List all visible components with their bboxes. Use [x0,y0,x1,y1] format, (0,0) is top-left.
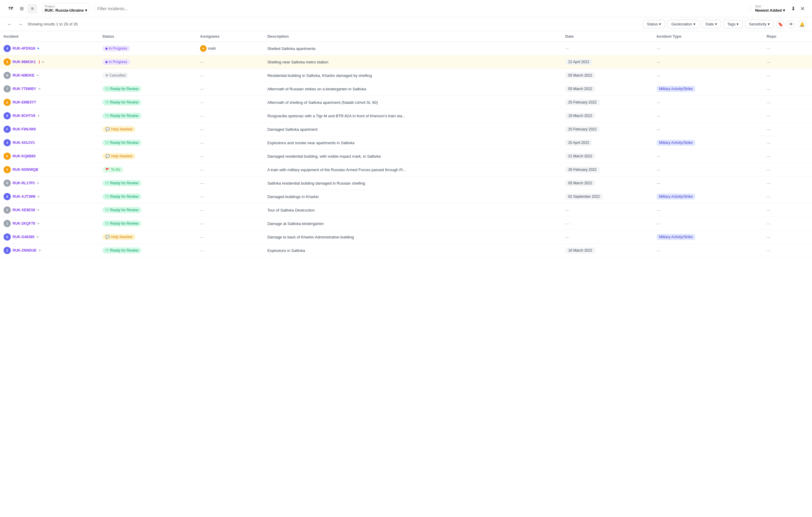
project-selector[interactable]: Project RUK: Russia-Ukraine ▾ [42,3,90,14]
assignees-cell: — [196,96,264,109]
list-view-button[interactable]: ≡ [28,4,37,13]
incident-cell[interactable]: 9 RUK-9BM1K1 ❗👁 [0,55,99,69]
incident-cell[interactable]: 2 RUK-2KQF79 👁 [0,217,99,231]
incident-cell[interactable]: N RUK-N8EIKE 👁 [0,69,99,82]
next-button[interactable]: → [17,20,24,28]
table-row[interactable]: 4 RUK-4XUJV1 🛡 Ready for Review — Explos… [0,136,812,150]
avatar: 9 [4,112,11,119]
map-view-button[interactable]: 🗺 [6,4,16,13]
bookmark-button[interactable]: 🔖 [776,20,784,28]
sensitivity-filter[interactable]: Sensitivity ▾ [745,20,774,28]
table-row[interactable]: 7 RUK-7T8WBY 👁 🛡 Ready for Review — Afte… [0,82,812,96]
eye-button[interactable]: 👁 [787,20,795,28]
table-row[interactable]: 5 RUK-5DWWQB 🚩 To Do — A train with mili… [0,163,812,177]
status-filter[interactable]: Status ▾ [643,20,665,28]
incident-cell[interactable]: A RUK-AJT39M 👁 [0,190,99,204]
table-row[interactable]: X RUK-XE9ES6 👁 🛡 Ready for Review — Tour… [0,204,812,217]
table-row[interactable]: F RUK-F9NJW9 💬 Help Needed — Damaged Sal… [0,123,812,136]
status-cell: 💬 Help Needed [99,231,197,244]
status-cell: 🛡 Ready for Review [99,109,197,123]
repo-cell: — [763,96,812,109]
status-badge: ✕ Cancelled [103,72,128,79]
description-cell: A train with military equipment of the R… [264,163,562,177]
assignee-dash: — [200,87,204,91]
avatar: 4 [4,139,11,146]
incident-cell[interactable]: 4 RUK-4FD5G8 ⚑ [0,42,99,55]
eye-icon: 👁 [41,60,45,64]
repo-cell: — [763,244,812,257]
avatar: X [4,207,11,214]
description-cell: Saltivka residential building damaged in… [264,177,562,190]
description-text: Damaged Saltivka apartment [267,127,423,132]
repo-cell: — [763,82,812,96]
eye-icon: 👁 [36,182,39,185]
repo-dash: — [767,221,771,226]
repo-dash: — [767,168,771,172]
chevron-down-icon: ▾ [736,22,738,26]
date-filter[interactable]: Date ▾ [702,20,721,28]
geolocation-filter[interactable]: Geolocation ▾ [667,20,699,28]
incident-cell[interactable]: K RUK-KQ6B60 [0,150,99,163]
sort-value[interactable]: Newest Added ▾ [755,8,785,12]
table-row[interactable]: K RUK-KQ6B60 💬 Help Needed — Damaged res… [0,150,812,163]
bell-button[interactable]: 🔔 [798,20,806,28]
close-button[interactable]: ✕ [799,4,806,13]
table-row[interactable]: 2 RUK-2KQF79 👁 🛡 Ready for Review — Dama… [0,217,812,231]
table-row[interactable]: 9 RUK-9BM1K1 ❗👁 In Progress — Shelling n… [0,55,812,69]
download-button[interactable]: ⬇ [790,4,797,13]
table-row[interactable]: Z RUK-ZNNDUE 👁 🛡 Ready for Review — Expl… [0,244,812,257]
assignee-dash: — [200,235,204,239]
incident-cell[interactable]: 9 RUK-9CHTV6 👁 [0,109,99,123]
incident-icons: 👁 [36,236,39,239]
incident-cell[interactable]: 7 RUK-7T8WBY 👁 [0,82,99,96]
assignee-dash: — [200,73,204,78]
incident-cell[interactable]: X RUK-XE9ES6 👁 [0,204,99,217]
type-dash: — [657,47,661,51]
incident-cell[interactable]: E RUK-EMB3YT [0,96,99,109]
incident-icons: 👁 [37,209,40,212]
avatar: 4 [4,45,11,52]
prev-button[interactable]: ← [6,20,13,28]
avatar: E [4,99,11,106]
incident-cell[interactable]: F RUK-F9NJW9 [0,123,99,136]
flag-icon: ⚑ [37,47,39,50]
date-cell: 19 March 2022 [562,109,653,123]
incident-cell[interactable]: G RUK-G46395 👁 [0,231,99,244]
table-row[interactable]: 9 RUK-9CHTV6 👁 🛡 Ready for Review — Rosg… [0,109,812,123]
table-row[interactable]: G RUK-G46395 👁 💬 Help Needed — Damage to… [0,231,812,244]
incident-cell[interactable]: 4 RUK-4XUJV1 [0,136,99,150]
avatar: F [4,126,11,133]
type-dash: — [657,100,661,105]
avatar: 7 [4,85,11,92]
avatar: G [4,233,11,241]
incident-cell[interactable]: Z RUK-ZNNDUE 👁 [0,244,99,257]
status-cell: 💬 Help Needed [99,123,197,136]
incident-cell[interactable]: 5 RUK-5DWWQB [0,163,99,177]
description-text: Explosions and smoke near apartments in … [267,141,423,145]
search-input[interactable] [95,4,750,13]
description-cell: Rosgvardia spetsnaz with a Tigr-M and BT… [264,109,562,123]
incident-cell[interactable]: R RUK-RL17P3 👁 [0,177,99,190]
incident-type-badge: Military Activity/Strike [657,193,695,200]
type-cell: — [653,69,763,82]
table-row[interactable]: R RUK-RL17P3 👁 🛡 Ready for Review — Salt… [0,177,812,190]
assignees-cell: — [196,231,264,244]
incident-id: RUK-9BM1K1 [12,60,36,64]
grid-view-button[interactable]: ⊞ [17,4,26,13]
type-cell: — [653,217,763,231]
description-cell: Tour of Saltivka Destruction [264,204,562,217]
incident-icons: 👁 [37,114,40,118]
table-row[interactable]: E RUK-EMB3YT 🛡 Ready for Review — Afterm… [0,96,812,109]
status-cell: 🛡 Ready for Review [99,244,197,257]
table-row[interactable]: A RUK-AJT39M 👁 🛡 Ready for Review — Dama… [0,190,812,204]
type-cell: — [653,55,763,69]
assignees-cell: — [196,190,264,204]
table-row[interactable]: N RUK-N8EIKE 👁 ✕ Cancelled — Residential… [0,69,812,82]
type-cell: — [653,177,763,190]
tags-filter[interactable]: Tags ▾ [723,20,743,28]
assignee-name: noah [208,47,216,51]
status-badge: In Progress [103,45,130,52]
incident-id: RUK-G46395 [12,235,34,239]
incident-id: RUK-7T8WBY [12,87,36,91]
table-row[interactable]: 4 RUK-4FD5G8 ⚑ In Progress N noah Shelle… [0,42,812,55]
